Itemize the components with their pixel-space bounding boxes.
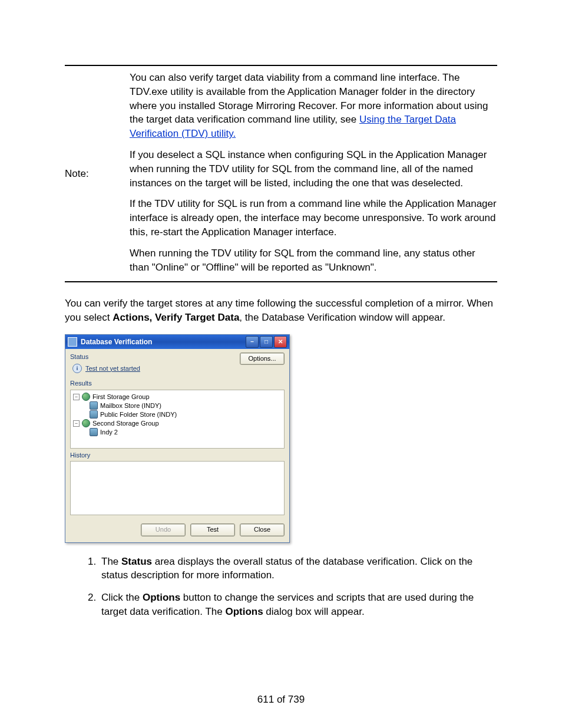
tree-node-store[interactable]: Public Folder Store (INDY) [90, 410, 282, 419]
dialog-title: Database Verification [81, 337, 246, 347]
history-heading: History [70, 451, 285, 460]
note-paragraph-3: If the TDV utility for SQL is run from a… [130, 197, 497, 239]
info-icon: i [72, 364, 82, 373]
undo-button[interactable]: Undo [141, 523, 186, 536]
options-button[interactable]: Options... [240, 353, 285, 365]
note-body: You can also verify target data viabilit… [130, 66, 497, 281]
test-button[interactable]: Test [190, 523, 235, 536]
history-panel[interactable] [70, 461, 285, 515]
results-tree[interactable]: − First Storage Group Mailbox Store (IND… [70, 390, 285, 449]
dialog-app-icon [68, 337, 77, 347]
store-icon [90, 428, 98, 436]
storage-group-icon [82, 393, 90, 401]
page-number: 611 of 739 [0, 693, 562, 707]
note-paragraph-2: If you deselect a SQL instance when conf… [130, 148, 497, 190]
storage-group-icon [82, 419, 90, 427]
close-window-button[interactable]: ✕ [274, 336, 287, 348]
dialog-titlebar: Database Verification – □ ✕ [65, 335, 289, 349]
note-label: Note: [65, 167, 89, 181]
status-heading: Status [70, 353, 140, 361]
tree-node-store[interactable]: Indy 2 [90, 428, 282, 437]
database-verification-dialog: Database Verification – □ ✕ Status i Tes… [65, 334, 290, 543]
maximize-button[interactable]: □ [260, 336, 273, 348]
steps-list: The Status area displays the overall sta… [65, 555, 497, 619]
tree-node-group[interactable]: − First Storage Group [73, 393, 282, 401]
store-icon [90, 410, 98, 419]
step-1: The Status area displays the overall sta… [99, 555, 497, 583]
note-box: Note: You can also verify target data vi… [65, 65, 497, 282]
note-paragraph-1: You can also verify target data viabilit… [130, 71, 497, 141]
intro-paragraph: You can verify the target stores at any … [65, 297, 497, 325]
store-icon [90, 401, 98, 410]
minimize-button[interactable]: – [246, 336, 259, 348]
step-2: Click the Options button to change the s… [99, 591, 497, 619]
note-paragraph-4: When running the TDV utility for SQL fro… [130, 246, 497, 275]
close-button[interactable]: Close [240, 523, 285, 536]
expander-icon[interactable]: − [73, 394, 80, 400]
tree-node-group[interactable]: − Second Storage Group [73, 419, 282, 428]
expander-icon[interactable]: − [73, 420, 80, 427]
results-heading: Results [70, 379, 285, 388]
tree-node-store[interactable]: Mailbox Store (INDY) [90, 401, 282, 410]
status-link[interactable]: Test not yet started [85, 364, 140, 373]
